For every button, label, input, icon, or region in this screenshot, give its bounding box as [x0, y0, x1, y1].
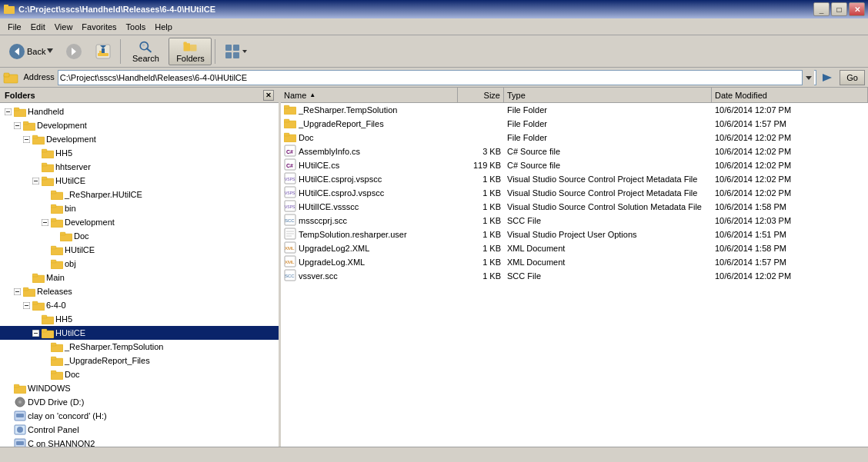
- file-row[interactable]: _UpgradeReport_FilesFile Folder10/6/2014…: [281, 117, 868, 131]
- expand-icon[interactable]: [22, 301, 31, 310]
- tree-item[interactable]: HH5: [0, 146, 279, 160]
- file-row[interactable]: VSPSHUtilCE.csproj.vspscc1 KBVisual Stud…: [281, 172, 868, 186]
- tree-item[interactable]: WINDOWS: [0, 381, 279, 395]
- menu-favorites[interactable]: Favorites: [77, 21, 121, 33]
- expand-icon[interactable]: [49, 231, 58, 241]
- forward-button[interactable]: [60, 38, 88, 65]
- file-name: VSPSHUtilCE.csproJ.vspscc: [281, 186, 458, 200]
- tree-item[interactable]: hhtserver: [0, 160, 279, 174]
- file-row[interactable]: VSPSHUtilICE.vssscc1 KBVisual Studio Sou…: [281, 200, 868, 214]
- close-button[interactable]: ✕: [849, 2, 865, 16]
- tree-item[interactable]: Development: [0, 215, 279, 229]
- file-icon: C#: [284, 145, 296, 158]
- tree-item[interactable]: 6-4-0: [0, 298, 279, 312]
- search-button[interactable]: Search: [124, 38, 167, 65]
- tree-item[interactable]: HH5: [0, 312, 279, 326]
- menu-help[interactable]: Help: [150, 21, 177, 33]
- menu-view[interactable]: View: [50, 21, 78, 33]
- file-row[interactable]: TempSolution.resharper.user1 KBVisual St…: [281, 228, 868, 241]
- tree-item[interactable]: Doc: [0, 229, 279, 243]
- expand-icon[interactable]: [31, 314, 40, 324]
- folder-panel-close[interactable]: ✕: [263, 90, 274, 101]
- address-dropdown[interactable]: [802, 70, 814, 85]
- go-button[interactable]: Go: [840, 70, 865, 85]
- file-row[interactable]: SCCvssver.scc1 KBSCC File10/6/2014 12:02…: [281, 269, 868, 283]
- tree-item[interactable]: Doc: [0, 367, 279, 381]
- tree-item-label: Main: [46, 273, 65, 282]
- expand-icon[interactable]: [31, 162, 40, 171]
- expand-icon[interactable]: [3, 425, 12, 434]
- tree-item[interactable]: _ReSharper.HUtilCE: [0, 188, 279, 201]
- file-row[interactable]: XMLUpgradeLog.XML1 KBXML Document10/6/20…: [281, 255, 868, 269]
- tree-item[interactable]: C on SHANNON2: [0, 437, 279, 447]
- tree-item[interactable]: Development: [0, 132, 279, 146]
- expand-icon[interactable]: [3, 411, 12, 420]
- file-row[interactable]: SCCmssccprj.scc1 KBSCC File10/6/2014 12:…: [281, 214, 868, 228]
- expand-icon[interactable]: [31, 148, 40, 158]
- menu-file[interactable]: File: [3, 21, 26, 33]
- expand-icon[interactable]: [22, 135, 31, 144]
- file-row[interactable]: C#AssemblyInfo.cs3 KBC# Source file10/6/…: [281, 145, 868, 158]
- tree-item[interactable]: HUtilCE: [0, 326, 279, 340]
- column-type[interactable]: Type: [504, 88, 712, 102]
- tree-item[interactable]: bin: [0, 201, 279, 215]
- file-row[interactable]: XMLUpgradeLog2.XML1 KBXML Document10/6/2…: [281, 241, 868, 255]
- back-button[interactable]: Back: [3, 38, 58, 65]
- address-input[interactable]: [60, 73, 803, 82]
- expand-icon[interactable]: [3, 439, 12, 447]
- expand-icon[interactable]: [40, 204, 49, 213]
- file-size: 1 KB: [458, 216, 504, 225]
- expand-icon[interactable]: [31, 176, 40, 185]
- tree-item[interactable]: Releases: [0, 284, 279, 298]
- tree-item[interactable]: obj: [0, 257, 279, 271]
- svg-line-15: [147, 48, 151, 52]
- file-row[interactable]: _ReSharper.TempSolutionFile Folder10/6/2…: [281, 103, 868, 117]
- tree-item[interactable]: HUtilCE: [0, 174, 279, 188]
- expand-icon[interactable]: [40, 218, 49, 227]
- expand-icon[interactable]: [31, 328, 40, 337]
- file-list-body[interactable]: _ReSharper.TempSolutionFile Folder10/6/2…: [281, 103, 868, 447]
- file-name: _ReSharper.TempSolution: [281, 104, 458, 116]
- tree-item[interactable]: Handheld: [0, 105, 279, 118]
- file-row[interactable]: DocFile Folder10/6/2014 12:02 PM: [281, 131, 868, 145]
- column-date[interactable]: Date Modified: [712, 88, 868, 102]
- folder-icon: [32, 300, 45, 311]
- minimize-button[interactable]: _: [813, 2, 830, 16]
- tree-item[interactable]: Control Panel: [0, 423, 279, 437]
- expand-icon[interactable]: [40, 370, 49, 379]
- tree-item[interactable]: DVD Drive (D:): [0, 395, 279, 409]
- file-type: Visual Studio Source Control Project Met…: [504, 188, 712, 198]
- tree-item[interactable]: Main: [0, 271, 279, 284]
- expand-icon[interactable]: [22, 273, 31, 282]
- expand-icon[interactable]: [40, 190, 49, 199]
- tree-item[interactable]: _ReSharper.TempSolution: [0, 340, 279, 354]
- file-row[interactable]: VSPSHUtilCE.csproJ.vspscc1 KBVisual Stud…: [281, 186, 868, 200]
- menu-tools[interactable]: Tools: [122, 21, 151, 33]
- folder-icon: [42, 161, 54, 172]
- tree-item[interactable]: Development: [0, 118, 279, 132]
- folders-button[interactable]: Folders: [169, 38, 212, 65]
- file-row[interactable]: C#HUtilCE.cs119 KBC# Source file10/6/201…: [281, 158, 868, 172]
- expand-icon[interactable]: [12, 287, 22, 296]
- tree-item[interactable]: _UpgradeReport_Files: [0, 354, 279, 367]
- column-size[interactable]: Size: [458, 88, 504, 102]
- file-date: 10/6/2014 12:02 PM: [712, 188, 868, 198]
- expand-icon[interactable]: [3, 397, 12, 407]
- expand-icon[interactable]: [40, 356, 49, 365]
- expand-icon[interactable]: [40, 342, 49, 351]
- up-button[interactable]: [89, 38, 117, 65]
- maximize-button[interactable]: □: [831, 2, 847, 16]
- address-input-container[interactable]: [58, 70, 817, 85]
- expand-icon[interactable]: [40, 259, 49, 268]
- expand-icon[interactable]: [3, 107, 12, 116]
- expand-icon[interactable]: [12, 121, 22, 130]
- column-name[interactable]: Name ▲: [281, 88, 458, 102]
- folder-tree[interactable]: HandheldDevelopmentDevelopmentHH5hhtserv…: [0, 103, 279, 447]
- expand-icon[interactable]: [3, 384, 12, 393]
- menu-bar: File Edit View Favorites Tools Help: [0, 18, 868, 35]
- tree-item[interactable]: clay on 'concord' (H:): [0, 409, 279, 423]
- tree-item[interactable]: HUtilCE: [0, 243, 279, 257]
- expand-icon[interactable]: [40, 245, 49, 254]
- views-button[interactable]: [219, 38, 254, 65]
- menu-edit[interactable]: Edit: [26, 21, 50, 33]
